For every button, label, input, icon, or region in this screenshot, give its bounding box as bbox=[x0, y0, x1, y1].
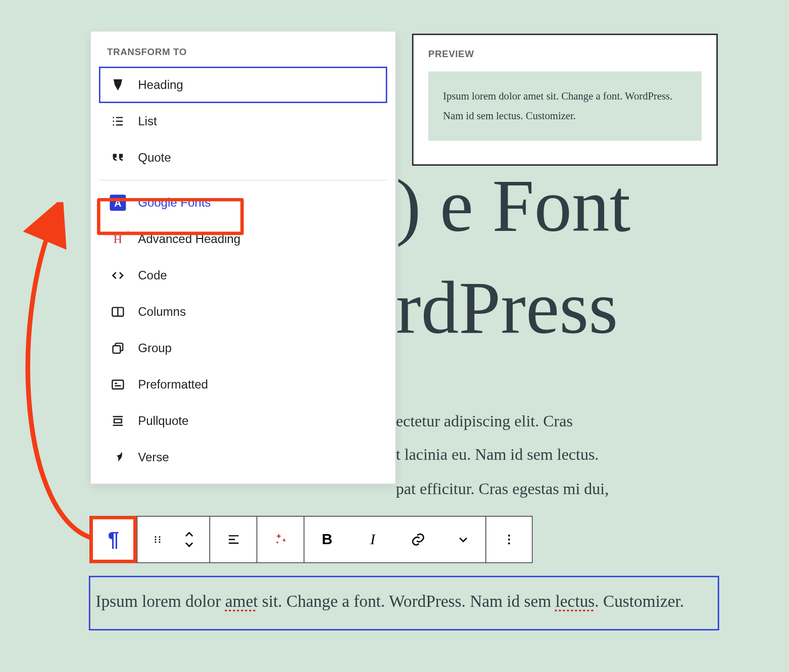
transform-divider bbox=[99, 180, 387, 180]
move-up-down-icon bbox=[184, 531, 194, 548]
svg-rect-9 bbox=[112, 380, 123, 389]
code-icon bbox=[110, 267, 126, 283]
verse-icon bbox=[110, 449, 126, 465]
columns-icon bbox=[110, 304, 126, 320]
toolbar-bold-button[interactable]: B bbox=[305, 531, 350, 548]
align-left-icon bbox=[226, 532, 240, 547]
paragraph-text: Ipsum lorem dolor bbox=[95, 592, 225, 610]
spellcheck-word: lectus bbox=[556, 592, 595, 610]
transform-item-group[interactable]: Group bbox=[99, 330, 387, 366]
transform-item-quote[interactable]: Quote bbox=[99, 139, 387, 176]
toolbar-options-button[interactable] bbox=[486, 516, 532, 562]
svg-point-17 bbox=[155, 539, 156, 540]
transform-item-label: Advanced Heading bbox=[138, 232, 240, 246]
transform-item-heading[interactable]: Heading bbox=[99, 67, 387, 103]
transform-item-label: Group bbox=[138, 341, 172, 355]
svg-point-20 bbox=[159, 541, 160, 543]
toolbar-more-inline-button[interactable] bbox=[441, 534, 485, 546]
toolbar-block-type-button[interactable]: ¶ bbox=[90, 516, 137, 562]
transform-item-code[interactable]: Code bbox=[99, 257, 387, 294]
transform-item-preformatted[interactable]: Preformatted bbox=[99, 366, 387, 403]
paragraph-text: . Customizer. bbox=[595, 592, 684, 610]
paragraph-icon: ¶ bbox=[108, 528, 119, 551]
svg-point-16 bbox=[159, 536, 160, 538]
preview-panel: PREVIEW Ipsum lorem dolor amet sit. Chan… bbox=[412, 34, 718, 166]
svg-point-18 bbox=[159, 539, 160, 540]
svg-point-26 bbox=[508, 543, 510, 545]
transform-item-pullquote[interactable]: Pullquote bbox=[99, 403, 387, 439]
more-vertical-icon bbox=[502, 533, 516, 546]
google-fonts-icon: A bbox=[110, 195, 126, 211]
transform-item-label: Google Fonts bbox=[138, 196, 211, 210]
heading-icon bbox=[110, 77, 126, 93]
preformatted-icon bbox=[110, 376, 126, 393]
selected-paragraph-block[interactable]: Ipsum lorem dolor amet sit. Change a fon… bbox=[89, 576, 719, 631]
bold-icon: B bbox=[322, 531, 332, 548]
transform-item-label: Columns bbox=[138, 305, 186, 319]
link-icon bbox=[410, 532, 426, 548]
transform-item-label: Heading bbox=[138, 78, 183, 92]
transform-item-google-fonts[interactable]: A Google Fonts bbox=[99, 184, 387, 221]
chevron-down-icon bbox=[457, 534, 469, 546]
transform-item-columns[interactable]: Columns bbox=[99, 294, 387, 330]
block-toolbar: ¶ B I bbox=[89, 516, 532, 563]
sparkles-icon bbox=[272, 532, 288, 548]
page-heading-partial: ) e Font rdPress bbox=[396, 155, 630, 359]
svg-point-15 bbox=[155, 536, 156, 538]
toolbar-align-button[interactable] bbox=[210, 516, 257, 562]
toolbar-italic-button[interactable]: I bbox=[350, 531, 396, 548]
svg-rect-13 bbox=[114, 419, 122, 422]
toolbar-move-buttons[interactable] bbox=[173, 531, 205, 548]
spellcheck-word: amet bbox=[225, 592, 258, 610]
transform-popover: TRANSFORM TO Heading List Quote bbox=[90, 31, 396, 484]
transform-item-label: Preformatted bbox=[138, 377, 208, 392]
toolbar-ai-button[interactable] bbox=[257, 516, 304, 562]
svg-point-24 bbox=[508, 535, 510, 537]
page-body-partial: ectetur adipiscing elit. Cras t lacinia … bbox=[396, 404, 713, 506]
preview-title: PREVIEW bbox=[428, 49, 702, 59]
group-icon bbox=[110, 340, 126, 356]
list-icon bbox=[110, 113, 126, 129]
drag-icon bbox=[152, 534, 164, 546]
transform-item-label: Quote bbox=[138, 151, 171, 165]
svg-point-19 bbox=[155, 541, 156, 543]
transform-item-advanced-heading[interactable]: H+ Advanced Heading bbox=[99, 221, 387, 257]
svg-point-25 bbox=[508, 539, 510, 541]
transform-item-label: Pullquote bbox=[138, 414, 188, 428]
toolbar-link-button[interactable] bbox=[396, 532, 441, 548]
transform-item-list[interactable]: List bbox=[99, 103, 387, 139]
transform-title: TRANSFORM TO bbox=[91, 32, 396, 67]
transform-item-label: Code bbox=[138, 268, 167, 282]
advanced-heading-icon: H+ bbox=[110, 231, 126, 247]
transform-item-label: List bbox=[138, 114, 157, 128]
preview-body: Ipsum lorem dolor amet sit. Change a fon… bbox=[428, 71, 702, 140]
quote-icon bbox=[110, 150, 126, 166]
pullquote-icon bbox=[110, 413, 126, 429]
transform-item-label: Verse bbox=[138, 450, 169, 464]
toolbar-drag-handle[interactable] bbox=[141, 534, 173, 546]
svg-rect-8 bbox=[113, 346, 120, 353]
transform-item-verse[interactable]: Verse bbox=[99, 439, 387, 475]
italic-icon: I bbox=[370, 531, 375, 548]
paragraph-text: sit. Change a font. WordPress. Nam id se… bbox=[258, 592, 555, 610]
